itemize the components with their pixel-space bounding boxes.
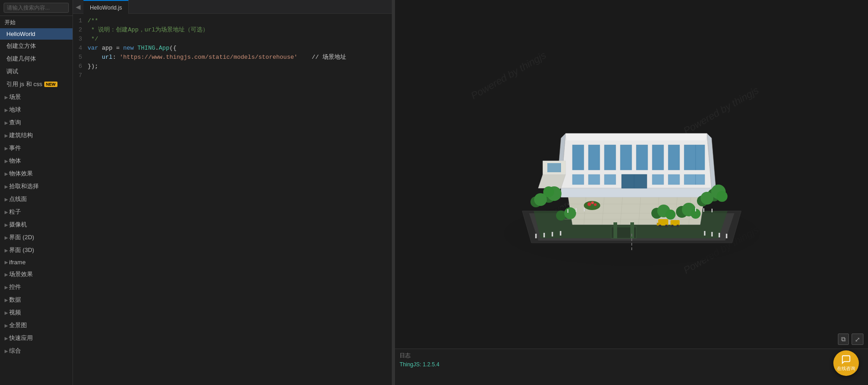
- svg-point-65: [665, 225, 668, 227]
- editor-panel: ◀ HelloWorld.js 1/**2 * 说明：创建App，url为场景地…: [73, 0, 392, 385]
- nav-group-scene-effect[interactable]: ▶ 场景效果: [0, 268, 73, 281]
- nav-group-panorama[interactable]: ▶ 全景图: [0, 319, 73, 332]
- svg-rect-24: [636, 145, 648, 170]
- token-plain: });: [88, 63, 98, 70]
- arrow-icon: ▶: [5, 159, 9, 164]
- token-plain: [88, 54, 102, 61]
- svg-point-67: [671, 225, 674, 227]
- nav-group-pick-select[interactable]: ▶ 拾取和选择: [0, 180, 73, 193]
- token-comment: * 说明：创建App，url为场景地址（可选）: [88, 26, 208, 33]
- nav-group-video[interactable]: ▶ 视频: [0, 306, 73, 319]
- arrow-icon: ▶: [5, 146, 9, 151]
- search-input[interactable]: [4, 3, 69, 13]
- arrow-icon: ▶: [5, 336, 9, 341]
- nav-group-control[interactable]: ▶ 控件: [0, 281, 73, 293]
- svg-marker-17: [561, 188, 712, 197]
- nav-group-integrate[interactable]: ▶ 综合: [0, 344, 73, 357]
- nav-group-data[interactable]: ▶ 数据: [0, 293, 73, 306]
- nav-group-building-struct[interactable]: ▶ 建筑结构: [0, 129, 73, 142]
- token-plain: app =: [98, 45, 123, 51]
- arrow-icon: ▶: [5, 235, 9, 240]
- line-number: 5: [75, 53, 88, 62]
- line-number: 2: [75, 26, 88, 35]
- group-label: 界面 (2D): [9, 233, 34, 241]
- arrow-icon: ▶: [5, 298, 9, 303]
- preview-controls: ⧉ ⤢: [838, 334, 863, 345]
- line-number: 6: [75, 62, 88, 71]
- tab-collapse-button[interactable]: ◀: [73, 3, 83, 10]
- svg-rect-22: [604, 145, 616, 170]
- nav-group-earth[interactable]: ▶ 地球: [0, 103, 73, 116]
- file-tab[interactable]: HelloWorld.js: [83, 0, 129, 14]
- line-content: var app = new THING.App({: [88, 44, 177, 53]
- new-badge: NEW: [44, 82, 57, 87]
- line-content: url: 'https://www.thingjs.com/static/mod…: [88, 53, 346, 62]
- chat-button[interactable]: 在线咨询: [833, 350, 859, 376]
- nav-group-quick-app[interactable]: ▶ 快速应用: [0, 332, 73, 344]
- token-keyword: new: [123, 45, 134, 51]
- line-number: 1: [75, 16, 88, 26]
- token-plain: // 场景地址: [297, 54, 346, 61]
- token-prop: url: [102, 54, 112, 61]
- fullscreen-button[interactable]: ⤢: [852, 334, 863, 345]
- svg-rect-35: [696, 175, 705, 185]
- arrow-icon: ▶: [5, 184, 9, 189]
- line-number: 3: [75, 35, 88, 44]
- token-comment: /**: [88, 17, 98, 24]
- search-box: [0, 0, 73, 16]
- group-label: 查询: [9, 118, 21, 127]
- group-label: 快速应用: [9, 334, 33, 342]
- group-label: 物体效果: [9, 169, 33, 178]
- group-label: 综合: [9, 347, 21, 355]
- svg-point-50: [701, 192, 713, 205]
- group-label: 粒子: [9, 208, 21, 216]
- svg-rect-27: [684, 145, 696, 170]
- group-label: 地球: [9, 106, 21, 114]
- svg-point-48: [717, 191, 728, 202]
- code-editor[interactable]: 1/**2 * 说明：创建App，url为场景地址（可选）3 */4var ap…: [73, 14, 392, 385]
- svg-point-68: [676, 225, 679, 227]
- svg-point-71: [591, 201, 594, 204]
- group-label: 事件: [9, 144, 21, 152]
- preview-viewport[interactable]: Powered by thingjs Powered by thingjs Po…: [395, 0, 868, 349]
- svg-point-45: [534, 193, 547, 206]
- nav-group-iframe[interactable]: ▶ iframe: [0, 257, 73, 268]
- nav-group-query[interactable]: ▶ 查询: [0, 116, 73, 129]
- nav-item-debug[interactable]: 调试: [0, 65, 73, 78]
- nav-group-event[interactable]: ▶ 事件: [0, 142, 73, 154]
- expand-button[interactable]: ⧉: [838, 334, 849, 345]
- nav-item-helloworld[interactable]: HelloWorld: [0, 28, 73, 40]
- code-line: 5 url: 'https://www.thingjs.com/static/m…: [73, 53, 392, 62]
- nav-item-create-geo[interactable]: 创建几何体: [0, 52, 73, 65]
- nav-group-particle[interactable]: ▶ 粒子: [0, 205, 73, 218]
- nav-group-object-effect[interactable]: ▶ 物体效果: [0, 167, 73, 180]
- svg-rect-25: [652, 145, 664, 170]
- token-plain: :: [113, 54, 120, 61]
- nav-group-ui-3d[interactable]: ▶ 界面 (3D): [0, 244, 73, 257]
- group-label: 物体: [9, 157, 21, 165]
- content-row: ◀ HelloWorld.js 1/**2 * 说明：创建App，url为场景地…: [73, 0, 868, 385]
- arrow-icon: ▶: [5, 260, 9, 265]
- nav-group-camera[interactable]: ▶ 摄像机: [0, 218, 73, 231]
- svg-rect-23: [620, 145, 632, 170]
- token-keyword: var: [88, 45, 98, 51]
- nav-group-dotline[interactable]: ▶ 点线面: [0, 193, 73, 205]
- svg-rect-36: [622, 175, 647, 188]
- arrow-icon: ▶: [5, 171, 9, 176]
- sidebar-nav: 开始HelloWorld创建立方体创建几何体调试引用 js 和 cssNEW▶ …: [0, 16, 73, 385]
- svg-marker-38: [538, 175, 566, 188]
- group-label: 界面 (3D): [9, 246, 34, 254]
- svg-rect-33: [668, 175, 680, 185]
- svg-rect-21: [588, 145, 600, 170]
- nav-group-ui-2d[interactable]: ▶ 界面 (2D): [0, 231, 73, 244]
- building-scene: [495, 79, 769, 270]
- section-kaishi[interactable]: 开始: [0, 16, 73, 28]
- nav-item-import-js[interactable]: 引用 js 和 cssNEW: [0, 78, 73, 91]
- svg-rect-34: [684, 175, 696, 185]
- nav-group-object[interactable]: ▶ 物体: [0, 154, 73, 167]
- nav-group-scene[interactable]: ▶ 场景: [0, 91, 73, 103]
- arrow-icon: ▶: [5, 210, 9, 215]
- nav-item-create-box[interactable]: 创建立方体: [0, 40, 73, 52]
- arrow-icon: ▶: [5, 285, 9, 290]
- svg-rect-63: [657, 223, 659, 226]
